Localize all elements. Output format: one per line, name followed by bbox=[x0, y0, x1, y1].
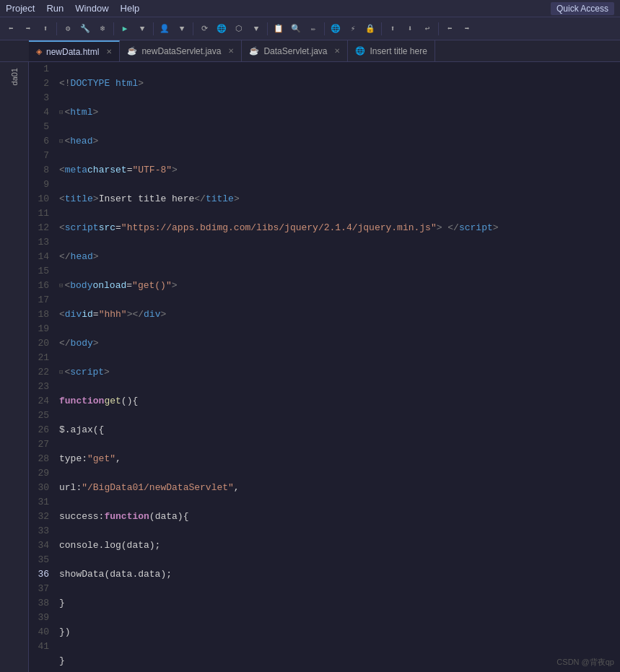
toolbar-btn-11[interactable]: 🌐 bbox=[214, 21, 230, 37]
toolbar-btn-6[interactable]: ❄ bbox=[95, 21, 110, 37]
toolbar-btn-18[interactable]: ⚡ bbox=[345, 21, 361, 37]
toolbar-sep-8 bbox=[438, 22, 439, 35]
code-line-21: } bbox=[56, 654, 620, 668]
toolbar-btn-3[interactable]: ⬆ bbox=[38, 21, 53, 37]
toolbar-btn-10[interactable]: ⟳ bbox=[196, 21, 212, 37]
toolbar-btn-16[interactable]: ✏ bbox=[305, 21, 321, 37]
code-line-6: <script src="https://apps.bdimg.com/libs… bbox=[56, 221, 620, 235]
tab-browser[interactable]: 🌐 Insert title here bbox=[348, 40, 435, 61]
toolbar-btn-5[interactable]: 🔧 bbox=[77, 21, 93, 37]
code-line-10: </body> bbox=[56, 336, 620, 351]
tab-icon-html: ◈ bbox=[36, 47, 42, 56]
toolbar-sep-5 bbox=[267, 22, 268, 35]
tab-label-newdataservlet: newDataServlet.java bbox=[141, 46, 221, 56]
tab-newdataservlet[interactable]: ☕ newDataServlet.java ✕ bbox=[120, 40, 242, 61]
code-line-1: <!DOCTYPE html> bbox=[56, 77, 620, 91]
toolbar-btn-21[interactable]: ⬇ bbox=[402, 21, 418, 37]
tab-close-newdata[interactable]: ✕ bbox=[106, 48, 112, 56]
watermark: CSDN @背夜qp bbox=[556, 657, 614, 668]
menu-run[interactable]: Run bbox=[46, 3, 64, 14]
toolbar-btn-20[interactable]: ⬆ bbox=[385, 21, 401, 37]
code-editor[interactable]: 1 2 3 4 5 6 7 8 9 10 11 12 13 14 15 16 1… bbox=[29, 62, 620, 672]
code-line-19: } bbox=[56, 596, 620, 611]
code-line-15: url:"/BigData01/newDataServlet", bbox=[56, 481, 620, 495]
toolbar-btn-7[interactable]: ▼ bbox=[134, 21, 150, 37]
tab-icon-newdataservlet: ☕ bbox=[127, 46, 137, 56]
menu-project[interactable]: Project bbox=[6, 3, 35, 14]
sidebar-project-label[interactable]: da01 bbox=[7, 65, 22, 88]
code-content[interactable]: <!DOCTYPE html> ⊟<html> ⊟<head> <meta ch… bbox=[56, 62, 620, 672]
toolbar-btn-4[interactable]: ⚙ bbox=[60, 21, 76, 37]
code-line-4: <meta charset="UTF-8"> bbox=[56, 163, 620, 178]
toolbar-btn-17[interactable]: 🌐 bbox=[328, 21, 344, 37]
code-line-20: }) bbox=[56, 625, 620, 640]
toolbar: ⬅ ➡ ⬆ ⚙ 🔧 ❄ ▶ ▼ 👤 ▼ ⟳ 🌐 ⬡ ▼ 📋 🔍 ✏ 🌐 ⚡ 🔒 … bbox=[0, 17, 620, 40]
tab-label-dataservlet: DataServlet.java bbox=[263, 46, 327, 56]
tab-label-newdata: newData.html bbox=[46, 47, 99, 57]
menu-help[interactable]: Help bbox=[121, 3, 140, 14]
code-line-2: ⊟<html> bbox=[56, 105, 620, 120]
code-line-7: </head> bbox=[56, 250, 620, 264]
code-line-16: success:function(data){ bbox=[56, 510, 620, 524]
tab-dataservlet[interactable]: ☕ DataServlet.java ✕ bbox=[242, 40, 348, 61]
toolbar-btn-14[interactable]: 📋 bbox=[271, 21, 287, 37]
toolbar-btn-13[interactable]: ▼ bbox=[248, 21, 264, 37]
code-line-3: ⊟<head> bbox=[56, 134, 620, 149]
menu-items: Project Run Window Help bbox=[6, 3, 139, 14]
code-line-5: <title>Insert title here</title> bbox=[56, 192, 620, 206]
toolbar-btn-9[interactable]: ▼ bbox=[174, 21, 190, 37]
code-line-13: $.ajax({ bbox=[56, 423, 620, 437]
code-line-18: showData(data.data); bbox=[56, 567, 620, 582]
toolbar-btn-19[interactable]: 🔒 bbox=[362, 21, 378, 37]
toolbar-btn-1[interactable]: ⬅ bbox=[3, 21, 19, 37]
tab-label-browser: Insert title here bbox=[370, 46, 427, 56]
toolbar-sep-7 bbox=[381, 22, 382, 35]
code-line-17: console.log(data); bbox=[56, 538, 620, 553]
code-line-11: ⊟<script> bbox=[56, 365, 620, 380]
toolbar-sep-1 bbox=[56, 22, 57, 35]
tab-close-dataservlet[interactable]: ✕ bbox=[334, 47, 340, 55]
toolbar-sep-6 bbox=[324, 22, 325, 35]
toolbar-btn-15[interactable]: 🔍 bbox=[288, 21, 304, 37]
toolbar-run[interactable]: ▶ bbox=[117, 21, 133, 37]
toolbar-btn-12[interactable]: ⬡ bbox=[231, 21, 247, 37]
menu-bar: Project Run Window Help Quick Access bbox=[0, 0, 620, 17]
tab-icon-dataservlet: ☕ bbox=[249, 46, 259, 56]
tab-newdata-html[interactable]: ◈ newData.html ✕ bbox=[29, 40, 120, 61]
quick-access-button[interactable]: Quick Access bbox=[551, 2, 614, 15]
toolbar-sep-4 bbox=[193, 22, 193, 35]
code-line-9: <div id="hhh"></div> bbox=[56, 307, 620, 322]
toolbar-btn-23[interactable]: ⬅ bbox=[442, 21, 458, 37]
toolbar-sep-2 bbox=[113, 22, 114, 35]
toolbar-btn-22[interactable]: ↩ bbox=[419, 21, 435, 37]
sidebar: da01 bbox=[0, 62, 29, 672]
code-line-8: ⊟<body onload="get()"> bbox=[56, 279, 620, 293]
menu-window[interactable]: Window bbox=[75, 3, 108, 14]
tab-icon-browser: 🌐 bbox=[355, 46, 365, 56]
toolbar-sep-3 bbox=[153, 22, 154, 35]
tab-close-newdataservlet[interactable]: ✕ bbox=[228, 47, 234, 55]
toolbar-btn-2[interactable]: ➡ bbox=[20, 21, 36, 37]
code-line-12: function get(){ bbox=[56, 394, 620, 409]
toolbar-btn-24[interactable]: ➡ bbox=[459, 21, 475, 37]
editor-container: da01 1 2 3 4 5 6 7 8 9 10 11 12 13 14 15… bbox=[0, 62, 620, 672]
code-line-14: type:"get", bbox=[56, 452, 620, 466]
tabs-bar: ◈ newData.html ✕ ☕ newDataServlet.java ✕… bbox=[0, 40, 620, 62]
toolbar-btn-8[interactable]: 👤 bbox=[157, 21, 173, 37]
line-numbers: 1 2 3 4 5 6 7 8 9 10 11 12 13 14 15 16 1… bbox=[29, 62, 56, 672]
